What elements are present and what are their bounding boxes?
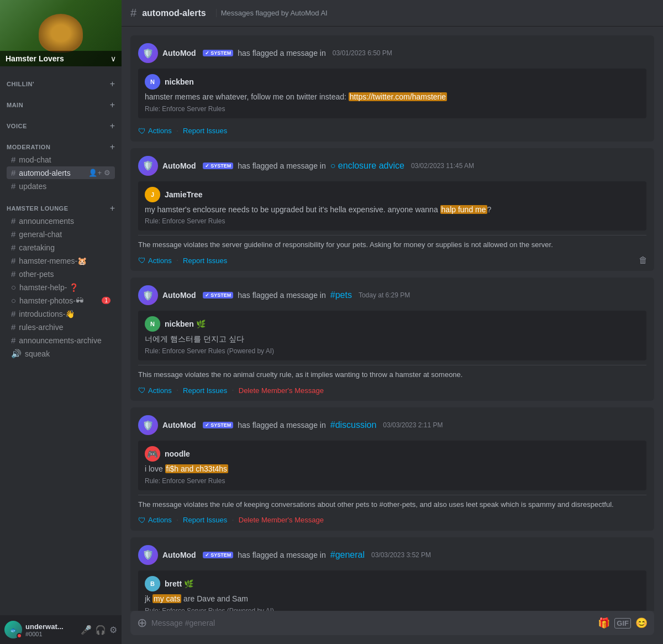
violation-reason: The message violates the rule of keeping…	[138, 495, 646, 512]
report-issues-link[interactable]: Report Issues	[183, 256, 227, 265]
message-input[interactable]	[151, 619, 593, 627]
user-info: underwat... #0001	[25, 622, 77, 637]
system-badge: ✓ SYSTEM	[203, 552, 234, 558]
server-name: Hamster Lovers	[6, 54, 64, 63]
add-channel-icon[interactable]: +	[110, 204, 115, 213]
message-content: hamster memes are whatever, follow me on…	[145, 92, 640, 103]
message-content: 너에게 햄스터를 던지고 싶다	[145, 334, 640, 345]
actions-button[interactable]: 🛡 Actions	[138, 256, 172, 265]
gif-button[interactable]: GIF	[614, 618, 631, 629]
sidebar-item-general-chat[interactable]: # general-chat	[7, 228, 115, 240]
headphones-icon[interactable]: 🎧	[95, 625, 106, 635]
user-controls: 🎤 🎧 ⚙	[81, 625, 117, 635]
category-label: MAIN	[7, 102, 23, 108]
add-channel-icon[interactable]: +	[110, 143, 115, 151]
shield-icon: 🛡	[138, 256, 146, 265]
channel-link-enclosure[interactable]: ○ enclosure advice	[330, 161, 404, 171]
delete-member-message-link[interactable]: Delete Member's Message	[239, 386, 324, 395]
flagged-message: N nickben hamster memes are whatever, fo…	[138, 69, 646, 118]
add-channel-icon[interactable]: +	[110, 101, 115, 109]
settings-icon[interactable]: ⚙	[109, 625, 117, 635]
category-header-main[interactable]: MAIN +	[4, 100, 117, 111]
flagged-message: B brett 🌿 jk my cats are Dave and Sam Ru…	[138, 570, 646, 611]
server-icon	[39, 14, 83, 53]
user-avatar-wrap: 🐟	[4, 621, 22, 638]
alert-card: 🛡️ AutoMod ✓ SYSTEM has flagged a messag…	[130, 35, 654, 142]
channel-link-general[interactable]: #general	[330, 550, 365, 560]
delete-member-message-link[interactable]: Delete Member's Message	[239, 516, 324, 524]
channel-header-name: automod-alerts	[142, 8, 206, 18]
rule-text: Rule: Enforce Server Rules (Powered by A…	[145, 347, 640, 355]
channel-name: announcements-archive	[19, 336, 101, 345]
sidebar-item-mod-chat[interactable]: # mod-chat	[7, 153, 115, 166]
hash-icon: #	[11, 155, 15, 164]
sidebar-item-other-pets[interactable]: # other-pets	[7, 268, 115, 280]
actions-button[interactable]: 🛡 Actions	[138, 127, 172, 135]
channel-name: squeak	[25, 349, 50, 358]
alert-header: 🛡️ AutoMod ✓ SYSTEM has flagged a messag…	[138, 156, 646, 176]
actions-button[interactable]: 🛡 Actions	[138, 516, 172, 525]
server-header[interactable]: Hamster Lovers ∨	[0, 0, 122, 66]
message-author: JamieTree	[165, 190, 203, 199]
hash-icon: #	[11, 216, 15, 226]
message-author: brett 🌿	[165, 579, 193, 588]
automod-name: AutoMod	[162, 291, 196, 300]
automod-avatar: 🛡️	[138, 43, 158, 63]
trash-icon[interactable]: 🗑	[639, 255, 648, 265]
alert-header: 🛡️ AutoMod ✓ SYSTEM has flagged a messag…	[138, 415, 646, 435]
sidebar-item-introductions[interactable]: # introductions-👋	[7, 307, 115, 320]
category-header-chillin[interactable]: CHILLIN' +	[4, 78, 117, 90]
timestamp: 03/01/2023 6:50 PM	[333, 49, 392, 57]
sidebar-item-announcements-archive[interactable]: # announcements-archive	[7, 334, 115, 347]
add-channel-icon[interactable]: +	[110, 80, 115, 88]
sidebar-item-updates[interactable]: # updates	[7, 180, 115, 192]
gift-icon[interactable]: 🎁	[598, 617, 610, 629]
chat-toolbar: 🎁 GIF 😊	[598, 617, 648, 629]
automod-avatar: 🛡️	[138, 545, 158, 565]
sidebar-item-hamster-help[interactable]: ○ hamster-help- ❓	[7, 281, 115, 294]
channel-name: mod-chat	[19, 155, 51, 164]
flagged-text: has flagged a message in	[238, 291, 326, 300]
actions-button[interactable]: 🛡 Actions	[138, 386, 172, 395]
hash-icon: #	[11, 336, 15, 345]
main-content: # automod-alerts Messages flagged by Aut…	[122, 0, 663, 644]
sidebar-item-announcements[interactable]: # announcements	[7, 214, 115, 227]
highlighted-text: https://twitter.com/hamsterie	[349, 92, 447, 101]
sidebar-item-hamster-photos[interactable]: ○ hamster-photos-🕶 1	[7, 294, 115, 307]
category-header-voice[interactable]: VOICE +	[4, 121, 117, 132]
channel-link-discussion[interactable]: #discussion	[330, 420, 377, 430]
highlighted-text: fi$h and ch33t4hs	[165, 464, 229, 473]
automod-name: AutoMod	[162, 49, 196, 57]
alert-header: 🛡️ AutoMod ✓ SYSTEM has flagged a messag…	[138, 43, 646, 63]
channel-link-pets[interactable]: #pets	[330, 290, 352, 300]
category-header-hamster-lounge[interactable]: HAMSTER LOUNGE +	[4, 203, 117, 214]
settings-icon[interactable]: ⚙	[104, 169, 110, 177]
emoji-icon[interactable]: 😊	[635, 617, 648, 629]
hash-icon: #	[11, 309, 15, 318]
add-channel-icon[interactable]: +	[110, 122, 115, 130]
automod-avatar-icon: 🛡️	[143, 160, 154, 171]
rule-text: Rule: Enforce Server Rules (Powered by A…	[145, 607, 640, 611]
sidebar-item-automod-alerts[interactable]: # automod-alerts 👤+ ⚙	[7, 166, 115, 179]
automod-avatar-icon: 🛡️	[143, 549, 154, 560]
hash-icon: #	[11, 168, 15, 177]
report-issues-link[interactable]: Report Issues	[183, 516, 227, 524]
microphone-icon[interactable]: 🎤	[81, 625, 92, 635]
username: underwat...	[25, 622, 77, 631]
sidebar-item-caretaking[interactable]: # caretaking	[7, 241, 115, 254]
actions-label: Actions	[148, 256, 172, 265]
message-content: my hamster's enclosure needs to be upgra…	[145, 205, 640, 216]
report-issues-link[interactable]: Report Issues	[183, 127, 227, 135]
sidebar-item-rules-archive[interactable]: # rules-archive	[7, 321, 115, 333]
sidebar-item-squeak[interactable]: 🔊 squeak	[7, 347, 115, 360]
category-header-moderation[interactable]: MODERATION +	[4, 142, 117, 153]
report-issues-link[interactable]: Report Issues	[183, 386, 227, 395]
add-member-icon[interactable]: 👤+	[88, 169, 102, 177]
channel-name: hamster-help- ❓	[19, 283, 78, 292]
action-bar: 🛡 Actions · Report Issues	[138, 252, 646, 265]
actions-label: Actions	[148, 386, 172, 395]
add-attachment-button[interactable]: ⊕	[137, 616, 147, 630]
sidebar-item-hamster-memes[interactable]: # hamster-memes-🐹	[7, 254, 115, 267]
shield-icon: 🛡	[138, 516, 146, 525]
actions-label: Actions	[148, 127, 172, 135]
